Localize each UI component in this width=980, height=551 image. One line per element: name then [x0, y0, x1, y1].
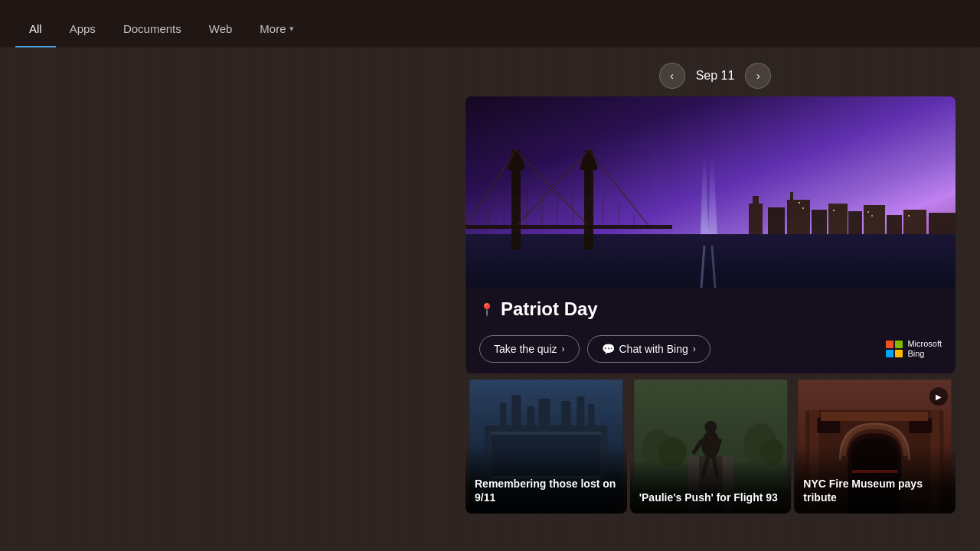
svg-rect-58 [561, 401, 570, 427]
chat-icon: 💬 [602, 343, 615, 355]
chat-with-bing-button[interactable]: 💬 Chat with Bing › [587, 335, 710, 363]
microsoft-grid-icon [886, 341, 903, 357]
bing-logo-text: Microsoft Bing [907, 339, 942, 359]
svg-rect-19 [867, 211, 869, 213]
news-thumb-1: Remembering those lost on 9/11 [466, 380, 627, 514]
svg-rect-16 [799, 202, 800, 204]
date-navigation: ‹ Sep 11 › [466, 63, 965, 89]
hero-card: 📍 Patriot Day Take the quiz › 💬 Chat wit… [466, 96, 956, 373]
svg-rect-57 [538, 399, 550, 427]
nav-web[interactable]: Web [195, 11, 247, 47]
next-date-button[interactable]: › [745, 63, 771, 89]
hero-image [466, 96, 956, 288]
svg-rect-4 [749, 204, 763, 234]
svg-rect-18 [833, 210, 835, 211]
chevron-down-icon: ▾ [289, 24, 294, 34]
news-card-1[interactable]: Remembering those lost on 9/11 [466, 380, 627, 514]
news-title-2: 'Paulie's Push' for Flight 93 [639, 491, 782, 504]
news-title-3: NYC Fire Museum pays tribute [803, 477, 946, 504]
news-overlay-2: 'Paulie's Push' for Flight 93 [630, 460, 792, 514]
svg-rect-17 [802, 207, 804, 209]
svg-rect-27 [584, 165, 593, 249]
svg-rect-52 [491, 432, 601, 435]
hero-bottom-bar: 📍 Patriot Day Take the quiz › 💬 Chat wit… [466, 288, 956, 373]
content-area: ‹ Sep 11 › [0, 47, 980, 551]
svg-rect-20 [871, 215, 873, 217]
nav-more[interactable]: More ▾ [246, 11, 307, 47]
news-card-3[interactable]: NYC Fire Museum pays tribute ▶ [794, 380, 956, 514]
current-date: Sep 11 [696, 69, 735, 83]
svg-rect-14 [903, 210, 926, 234]
news-thumb-3: NYC Fire Museum pays tribute ▶ [794, 380, 956, 514]
svg-point-65 [704, 421, 717, 433]
svg-rect-59 [577, 396, 584, 427]
svg-rect-8 [790, 192, 793, 200]
svg-rect-7 [787, 200, 810, 234]
svg-rect-15 [929, 213, 956, 234]
nav-apps[interactable]: Apps [56, 11, 109, 47]
svg-rect-6 [768, 207, 785, 234]
hero-title: Patriot Day [501, 298, 598, 320]
svg-rect-5 [753, 196, 759, 204]
top-nav: All Apps Documents Web More ▾ [0, 0, 980, 47]
svg-rect-12 [864, 205, 885, 234]
news-thumb-2: 'Paulie's Push' for Flight 93 [630, 380, 792, 514]
nav-all[interactable]: All [15, 11, 56, 47]
right-panel: ‹ Sep 11 › [466, 63, 965, 551]
svg-rect-55 [511, 395, 521, 427]
svg-rect-9 [812, 210, 827, 234]
svg-rect-21 [908, 215, 910, 217]
quiz-chevron-icon: › [562, 344, 565, 354]
svg-rect-54 [500, 403, 506, 427]
svg-rect-13 [887, 215, 902, 234]
svg-rect-22 [511, 165, 521, 249]
chat-chevron-icon: › [693, 344, 696, 354]
prev-date-button[interactable]: ‹ [659, 63, 685, 89]
svg-rect-60 [588, 404, 594, 427]
hero-svg [466, 96, 956, 288]
svg-rect-56 [527, 406, 534, 427]
news-cards-row: Remembering those lost on 9/11 [466, 380, 956, 514]
news-overlay-3: NYC Fire Museum pays tribute [794, 446, 956, 514]
svg-rect-84 [822, 412, 929, 421]
svg-rect-10 [828, 204, 848, 234]
news-title-1: Remembering those lost on 9/11 [475, 477, 618, 504]
nav-documents[interactable]: Documents [109, 11, 195, 47]
svg-rect-45 [466, 225, 672, 229]
hero-actions: Take the quiz › 💬 Chat with Bing › [479, 335, 942, 363]
svg-rect-11 [848, 211, 862, 234]
news-overlay-1: Remembering those lost on 9/11 [466, 446, 627, 514]
svg-rect-3 [466, 234, 956, 288]
location-icon: 📍 [479, 302, 495, 317]
play-button[interactable]: ▶ [929, 387, 948, 406]
hero-title-row: 📍 Patriot Day [479, 298, 942, 328]
news-card-2[interactable]: 'Paulie's Push' for Flight 93 [630, 380, 792, 514]
bing-logo: Microsoft Bing [886, 339, 942, 359]
take-quiz-button[interactable]: Take the quiz › [479, 335, 580, 363]
